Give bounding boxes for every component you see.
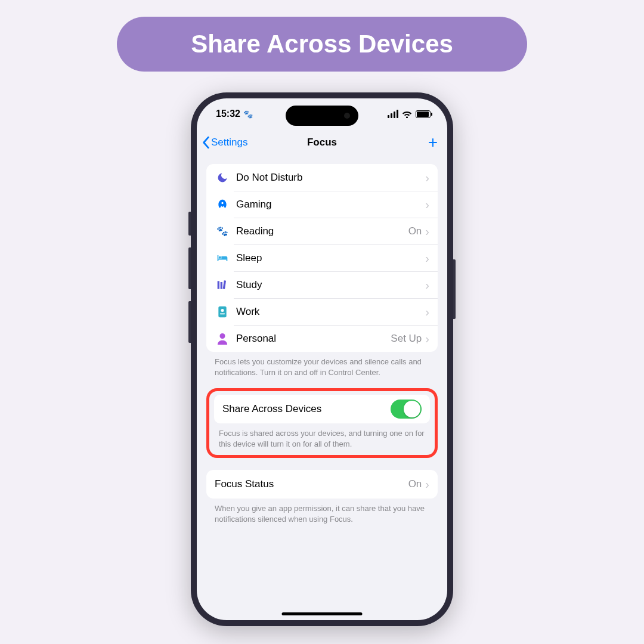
paw-icon: 🐾 [215,225,230,237]
share-footer: Focus is shared across your devices, and… [214,423,430,450]
focus-row-label: Study [236,279,422,291]
phone-mockup: 15:32 🐾 Settings Fo [191,92,453,626]
badge-icon [215,306,230,318]
svg-rect-2 [223,280,226,289]
page-banner: Share Across Devices [117,17,527,72]
battery-icon [416,110,431,118]
chevron-right-icon: › [425,333,429,345]
person-icon [215,333,230,345]
focus-row-work[interactable]: Work › [206,298,438,325]
back-button[interactable]: Settings [202,136,247,149]
focus-list-group: Do Not Disturb › Gaming › 🐾 [206,164,438,352]
focus-row-label: Sleep [236,252,422,264]
banner-title: Share Across Devices [191,30,453,58]
svg-rect-5 [220,313,225,314]
focus-status-label: Focus Status [215,478,408,490]
focus-row-gaming[interactable]: Gaming › [206,191,438,218]
status-time: 15:32 [216,109,240,119]
focus-status-row[interactable]: Focus Status On › [206,470,438,499]
svg-point-6 [220,333,225,339]
chevron-left-icon [202,136,210,149]
svg-point-4 [221,309,224,312]
chevron-right-icon: › [425,252,429,264]
focus-row-value: Set Up [391,333,422,345]
chevron-right-icon: › [425,172,429,184]
dynamic-island [286,106,358,126]
wifi-icon [402,110,412,118]
chevron-right-icon: › [425,225,429,237]
focus-row-label: Gaming [236,199,422,210]
svg-rect-0 [218,281,219,289]
add-button[interactable]: + [428,134,438,151]
back-label: Settings [211,137,247,148]
chevron-right-icon: › [425,306,429,318]
focus-row-label: Do Not Disturb [236,172,422,184]
bed-icon [215,254,230,262]
navigation-header: Settings Focus + [197,129,447,156]
focus-row-label: Reading [236,225,408,237]
focus-status-value: On [408,478,422,490]
focus-row-reading[interactable]: 🐾 Reading On › [206,218,438,244]
nav-title: Focus [307,137,337,148]
focus-row-value: On [408,225,422,237]
rocket-icon [215,199,230,210]
moon-icon [215,172,230,184]
focus-row-personal[interactable]: Personal Set Up › [206,325,438,352]
books-icon [215,280,230,290]
focus-list-footer: Focus lets you customize your devices an… [206,352,438,377]
share-toggle[interactable] [391,400,422,419]
highlight-annotation: Share Across Devices Focus is shared acr… [206,388,438,458]
focus-status-footer: When you give an app permission, it can … [206,499,438,524]
focus-row-study[interactable]: Study › [206,271,438,298]
chevron-right-icon: › [425,199,429,210]
share-across-devices-row[interactable]: Share Across Devices [214,395,430,423]
focus-row-do-not-disturb[interactable]: Do Not Disturb › [206,164,438,191]
home-indicator[interactable] [282,612,363,615]
chevron-right-icon: › [425,279,429,291]
svg-rect-1 [221,282,222,289]
focus-row-sleep[interactable]: Sleep › [206,244,438,271]
focus-row-label: Personal [236,333,391,345]
share-label: Share Across Devices [222,403,391,415]
chevron-right-icon: › [425,478,429,490]
cellular-signal-icon [388,110,398,118]
focus-row-label: Work [236,306,422,318]
paw-icon: 🐾 [243,110,253,119]
